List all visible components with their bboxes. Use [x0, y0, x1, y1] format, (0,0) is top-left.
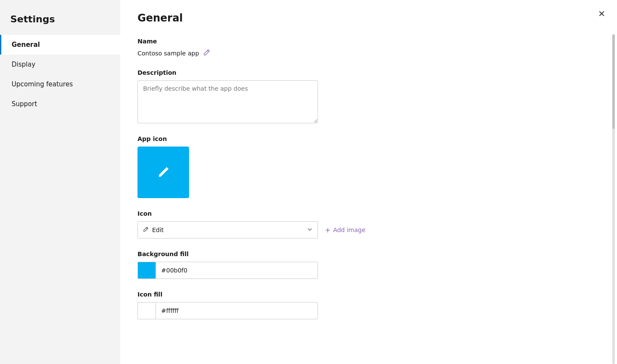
- name-value: Contoso sample app: [137, 50, 199, 57]
- background-fill-section: Background fill: [137, 251, 447, 279]
- add-icon: +: [325, 226, 330, 234]
- icon-color-swatch[interactable]: [137, 302, 156, 319]
- app-icon-label: App icon: [137, 135, 447, 142]
- close-button[interactable]: ✕: [595, 7, 608, 21]
- sidebar: Settings General Display Upcoming featur…: [0, 0, 120, 364]
- name-section: Name Contoso sample app: [137, 38, 447, 57]
- background-color-swatch[interactable]: [137, 262, 156, 279]
- background-fill-label: Background fill: [137, 251, 447, 257]
- add-image-button[interactable]: + Add image: [325, 226, 366, 234]
- icon-fill-label: Icon fill: [137, 291, 447, 298]
- name-row: Contoso sample app: [137, 49, 447, 57]
- description-textarea[interactable]: [137, 80, 318, 123]
- background-fill-row: [137, 262, 318, 279]
- name-edit-icon[interactable]: [203, 49, 210, 57]
- sidebar-item-label-display: Display: [12, 61, 35, 68]
- main-content: ✕ General Name Contoso sample app Descri…: [120, 0, 617, 364]
- sidebar-item-support[interactable]: Support: [0, 94, 120, 114]
- sidebar-item-display[interactable]: Display: [0, 55, 120, 74]
- app-icon-pencil-icon: [155, 164, 172, 181]
- content-area: General Name Contoso sample app Descript…: [120, 0, 464, 336]
- description-label: Description: [137, 69, 447, 76]
- scrollbar[interactable]: [612, 34, 615, 364]
- add-image-label: Add image: [333, 226, 365, 233]
- page-title: General: [137, 12, 447, 24]
- sidebar-title: Settings: [0, 9, 120, 35]
- description-section: Description: [137, 69, 447, 123]
- app-icon-section: App icon: [137, 135, 447, 198]
- name-label: Name: [137, 38, 447, 45]
- background-color-input[interactable]: [156, 262, 318, 279]
- app-icon-preview[interactable]: [137, 147, 189, 198]
- icon-label: Icon: [137, 210, 447, 217]
- dropdown-pencil-icon: [143, 226, 149, 233]
- chevron-down-icon: [307, 227, 312, 233]
- icon-fill-row: [137, 302, 318, 319]
- icon-dropdown-value: Edit: [152, 226, 164, 233]
- sidebar-item-label-upcoming-features: Upcoming features: [12, 80, 73, 88]
- sidebar-item-label-general: General: [12, 41, 40, 49]
- sidebar-item-label-support: Support: [12, 100, 37, 108]
- sidebar-item-upcoming-features[interactable]: Upcoming features: [0, 74, 120, 94]
- icon-fill-section: Icon fill: [137, 291, 447, 319]
- icon-color-input[interactable]: [156, 302, 318, 319]
- scrollbar-track: [612, 34, 615, 364]
- icon-row: Edit + Add image: [137, 221, 447, 239]
- scrollbar-thumb[interactable]: [612, 34, 615, 129]
- icon-section: Icon Edit: [137, 210, 447, 239]
- sidebar-item-general[interactable]: General: [0, 35, 120, 55]
- icon-dropdown[interactable]: Edit: [137, 221, 318, 239]
